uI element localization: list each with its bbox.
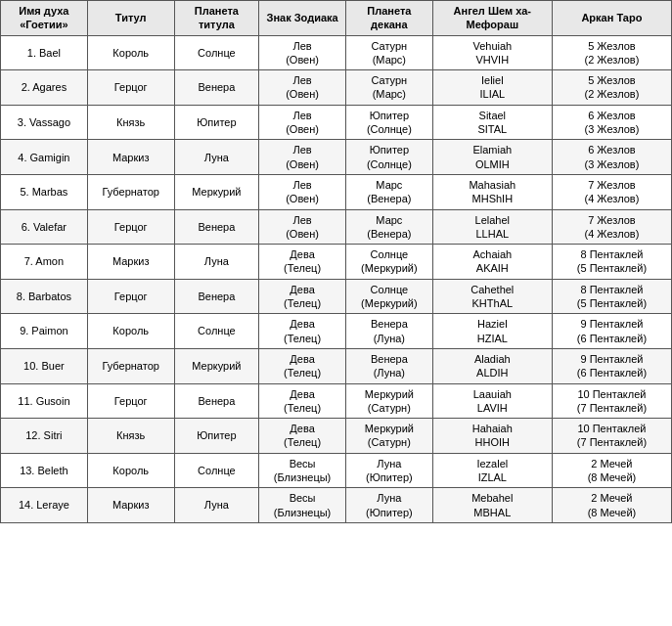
table-row: 12. SitriКнязьЮпитерДева(Телец)Меркурий(… [1,419,672,454]
table-row: 8. BarbatosГерцогВенераДева(Телец)Солнце… [1,279,672,314]
header-row: Имя духа «Гоетии» Титул Планета титула З… [1,1,672,36]
cell-title: Маркиз [87,488,174,523]
cell-tarot: 7 Жезлов(4 Жезлов) [552,209,671,245]
cell-spirit-name: 3. Vassago [1,105,88,140]
cell-spirit-name: 5. Marbas [1,174,88,209]
table-row: 3. VassagoКнязьЮпитерЛев(Овен)Юпитер(Сол… [1,105,672,140]
cell-angel: ElamiahOLMIH [432,140,552,175]
cell-title: Герцог [87,279,174,314]
cell-tarot: 9 Пентаклей(6 Пентаклей) [552,314,671,349]
cell-title: Губернатор [87,174,174,209]
cell-decan-planet: Венера(Луна) [345,314,432,349]
cell-planet: Венера [174,383,259,419]
cell-decan-planet: Солнце(Меркурий) [345,279,432,314]
cell-spirit-name: 14. Leraye [1,488,88,523]
cell-sign: Лев(Овен) [259,140,346,175]
cell-tarot: 5 Жезлов(2 Жезлов) [552,35,671,70]
cell-decan-planet: Марс(Венера) [345,209,432,245]
header-title-planet: Планета титула [174,1,259,36]
cell-planet: Меркурий [174,348,259,383]
cell-decan-planet: Венера(Луна) [345,348,432,383]
cell-sign: Лев(Овен) [259,174,346,209]
header-title: Титул [87,1,174,36]
goetia-table: Имя духа «Гоетии» Титул Планета титула З… [0,0,672,523]
cell-angel: CahethelKHThAL [432,279,552,314]
cell-spirit-name: 9. Paimon [1,314,88,349]
cell-planet: Меркурий [174,174,259,209]
cell-tarot: 10 Пентаклей(7 Пентаклей) [552,383,671,419]
cell-decan-planet: Луна(Юпитер) [345,453,432,488]
cell-angel: IelielILIAL [432,70,552,106]
cell-spirit-name: 8. Barbatos [1,279,88,314]
cell-sign: Дева(Телец) [259,245,346,280]
cell-title: Герцог [87,383,174,419]
cell-planet: Венера [174,209,259,245]
cell-tarot: 6 Жезлов(3 Жезлов) [552,140,671,175]
cell-sign: Дева(Телец) [259,314,346,349]
cell-title: Маркиз [87,140,174,175]
cell-title: Князь [87,419,174,454]
cell-title: Герцог [87,70,174,106]
cell-spirit-name: 6. Valefar [1,209,88,245]
cell-angel: LelahelLLHAL [432,209,552,245]
cell-angel: MahasiahMHShIH [432,174,552,209]
cell-planet: Луна [174,488,259,523]
cell-tarot: 8 Пентаклей(5 Пентаклей) [552,279,671,314]
cell-sign: Дева(Телец) [259,419,346,454]
cell-angel: HazielHZIAL [432,314,552,349]
cell-planet: Венера [174,70,259,106]
cell-spirit-name: 12. Sitri [1,419,88,454]
table-row: 5. MarbasГубернаторМеркурийЛев(Овен)Марс… [1,174,672,209]
header-decan-planet: Планета декана [345,1,432,36]
cell-sign: Лев(Овен) [259,105,346,140]
cell-tarot: 6 Жезлов(3 Жезлов) [552,105,671,140]
cell-angel: HahaiahHHOIH [432,419,552,454]
cell-decan-planet: Юпитер(Солнце) [345,105,432,140]
cell-tarot: 9 Пентаклей(6 Пентаклей) [552,348,671,383]
cell-sign: Весы(Близнецы) [259,453,346,488]
cell-sign: Дева(Телец) [259,383,346,419]
table-row: 2. AgaresГерцогВенераЛев(Овен)Сатурн(Мар… [1,70,672,106]
cell-decan-planet: Сатурн(Марс) [345,35,432,70]
cell-sign: Лев(Овен) [259,70,346,106]
cell-planet: Луна [174,140,259,175]
header-zodiac-sign: Знак Зодиака [259,1,346,36]
cell-decan-planet: Луна(Юпитер) [345,488,432,523]
table-row: 13. BelethКорольСолнцеВесы(Близнецы)Луна… [1,453,672,488]
cell-planet: Юпитер [174,419,259,454]
table-row: 7. AmonМаркизЛунаДева(Телец)Солнце(Мерку… [1,245,672,280]
cell-title: Губернатор [87,348,174,383]
cell-sign: Дева(Телец) [259,348,346,383]
cell-angel: AladiahALDIH [432,348,552,383]
cell-angel: LaauiahLAVIH [432,383,552,419]
cell-decan-planet: Меркурий(Сатурн) [345,419,432,454]
cell-sign: Дева(Телец) [259,279,346,314]
cell-title: Князь [87,105,174,140]
cell-planet: Солнце [174,453,259,488]
cell-tarot: 5 Жезлов(2 Жезлов) [552,70,671,106]
cell-title: Маркиз [87,245,174,280]
cell-planet: Солнце [174,35,259,70]
cell-sign: Лев(Овен) [259,209,346,245]
cell-planet: Юпитер [174,105,259,140]
cell-spirit-name: 2. Agares [1,70,88,106]
cell-title: Король [87,314,174,349]
cell-angel: VehuiahVHVIH [432,35,552,70]
table-row: 14. LerayeМаркизЛунаВесы(Близнецы)Луна(Ю… [1,488,672,523]
cell-sign: Весы(Близнецы) [259,488,346,523]
table-row: 4. GamiginМаркизЛунаЛев(Овен)Юпитер(Солн… [1,140,672,175]
cell-angel: IezalelIZLAL [432,453,552,488]
cell-title: Король [87,453,174,488]
cell-decan-planet: Меркурий(Сатурн) [345,383,432,419]
cell-spirit-name: 11. Gusoin [1,383,88,419]
table-row: 9. PaimonКорольСолнцеДева(Телец)Венера(Л… [1,314,672,349]
cell-tarot: 2 Мечей(8 Мечей) [552,453,671,488]
table-row: 11. GusoinГерцогВенераДева(Телец)Меркури… [1,383,672,419]
cell-spirit-name: 10. Buer [1,348,88,383]
cell-tarot: 7 Жезлов(4 Жезлов) [552,174,671,209]
cell-decan-planet: Марс(Венера) [345,174,432,209]
cell-spirit-name: 7. Amon [1,245,88,280]
cell-planet: Венера [174,279,259,314]
cell-sign: Лев(Овен) [259,35,346,70]
cell-spirit-name: 1. Bael [1,35,88,70]
